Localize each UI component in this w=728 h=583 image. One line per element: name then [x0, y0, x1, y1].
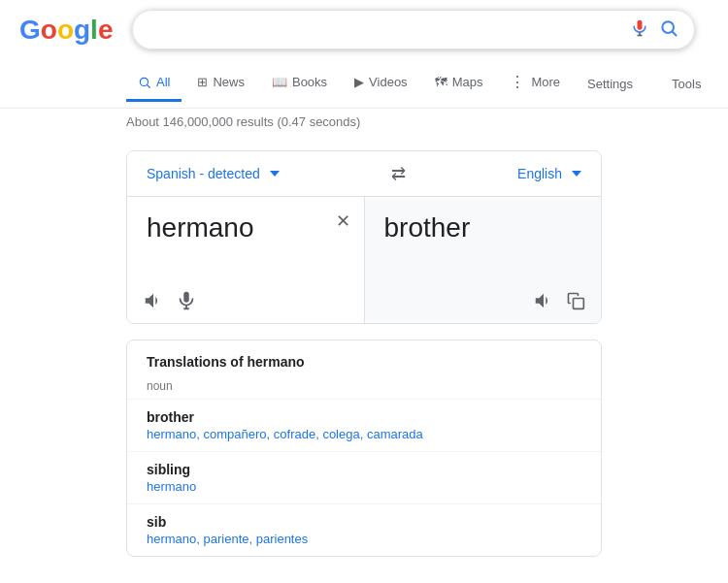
source-lang-chevron-icon [270, 171, 280, 177]
all-icon [138, 76, 151, 89]
nav-item-news[interactable]: ⊞ News [185, 65, 256, 102]
source-panel-icons [143, 290, 197, 311]
translation-word-2: sib [147, 514, 581, 530]
nav-right: Settings Tools [576, 67, 712, 101]
header: Google hermano in english [0, 0, 728, 59]
target-lang-chevron-icon [572, 171, 581, 177]
source-mic-icon[interactable] [176, 290, 197, 311]
translation-item: brother hermano, compañero, cofrade, col… [127, 399, 601, 451]
maps-icon: 🗺 [435, 75, 447, 89]
source-speaker-icon[interactable] [143, 290, 164, 311]
translation-item: sibling hermano [127, 451, 601, 503]
more-dots-icon: ⋮ [510, 73, 526, 91]
nav-item-maps[interactable]: 🗺 Maps [423, 65, 495, 102]
translations-title: Translations of hermano [127, 340, 601, 377]
news-icon: ⊞ [197, 75, 208, 89]
source-text: hermano [147, 212, 254, 243]
translation-word-0: brother [147, 409, 581, 425]
swap-langs-button[interactable]: ⇄ [391, 163, 406, 184]
source-lang-selector[interactable]: Spanish - detected [147, 166, 280, 181]
translate-card: Spanish - detected ⇄ English hermano ✕ [126, 150, 602, 324]
target-lang-selector[interactable]: English [517, 166, 581, 181]
nav-item-all[interactable]: All [126, 65, 182, 102]
svg-line-4 [673, 32, 677, 36]
translations-section: Translations of hermano noun brother her… [126, 340, 602, 557]
translation-alts-2: hermano, pariente, parientes [147, 532, 581, 546]
nav-settings[interactable]: Settings [576, 67, 645, 101]
translation-alts-1: hermano [147, 479, 581, 494]
videos-icon: ▶ [354, 75, 364, 89]
nav-bar: All ⊞ News 📖 Books ▶ Videos 🗺 Maps ⋮ Mor… [0, 59, 728, 109]
pos-label: noun [127, 377, 601, 399]
svg-rect-0 [638, 20, 643, 30]
target-text: brother [384, 212, 471, 243]
nav-item-more[interactable]: ⋮ More [498, 63, 572, 104]
clear-button[interactable]: ✕ [336, 211, 350, 232]
search-box: hermano in english [132, 10, 695, 49]
microphone-icon[interactable] [630, 18, 649, 41]
books-icon: 📖 [272, 75, 287, 89]
target-panel-icons [533, 290, 585, 311]
translate-body: hermano ✕ brother [127, 196, 601, 323]
translation-word-1: sibling [147, 462, 581, 477]
results-info: About 146,000,000 results (0.47 seconds) [0, 109, 728, 135]
nav-item-videos[interactable]: ▶ Videos [343, 65, 419, 102]
copy-icon[interactable] [566, 291, 585, 310]
svg-line-6 [148, 84, 150, 87]
svg-rect-7 [183, 292, 189, 303]
search-icon[interactable] [659, 18, 678, 41]
translation-item: sib hermano, pariente, parientes [127, 503, 601, 556]
nav-tools[interactable]: Tools [660, 67, 712, 101]
target-speaker-icon[interactable] [533, 290, 554, 311]
source-panel: hermano ✕ [127, 197, 365, 323]
swap-icon: ⇄ [391, 163, 406, 184]
google-logo: Google [19, 15, 113, 46]
translation-alts-0: hermano, compañero, cofrade, colega, cam… [147, 427, 581, 441]
nav-item-books[interactable]: 📖 Books [260, 65, 339, 102]
search-input[interactable]: hermano in english [149, 21, 620, 39]
target-panel: brother [365, 197, 602, 323]
translate-header: Spanish - detected ⇄ English [127, 151, 601, 196]
svg-rect-10 [574, 299, 584, 309]
